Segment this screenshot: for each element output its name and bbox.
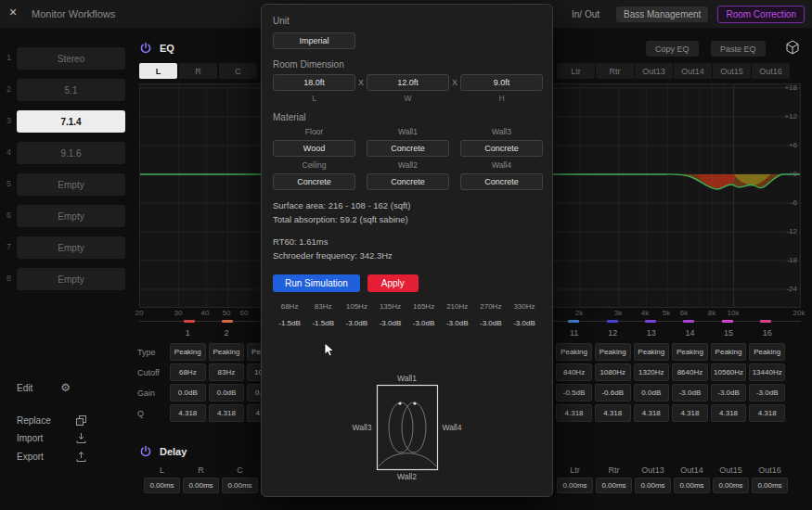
band-cutoff[interactable]: 83Hz: [209, 363, 245, 381]
eq-channel-tab-rtr[interactable]: Rtr: [596, 63, 634, 79]
band-cutoff[interactable]: 13440Hz: [749, 363, 785, 381]
band-q[interactable]: 4.318: [556, 404, 592, 422]
delay-value[interactable]: 0.00ms: [222, 478, 258, 493]
band-type[interactable]: Peaking: [672, 343, 708, 361]
import-icon[interactable]: [76, 433, 86, 443]
material-select-wall1[interactable]: Concrete: [367, 140, 449, 157]
material-select-floor[interactable]: Wood: [273, 140, 355, 157]
band-number[interactable]: 2: [209, 327, 245, 338]
band-number[interactable]: 12: [595, 327, 631, 338]
band-q[interactable]: 4.318: [595, 404, 631, 422]
material-select-ceiling[interactable]: Concrete: [273, 173, 355, 190]
dimension-width-input[interactable]: 12.0ft: [367, 74, 449, 91]
band-gain[interactable]: -0.5dB: [556, 384, 592, 402]
delay-value[interactable]: 0.00ms: [557, 478, 593, 493]
band-type[interactable]: Peaking: [634, 343, 670, 361]
delay-value[interactable]: 0.00ms: [183, 478, 219, 493]
band-type[interactable]: Peaking: [595, 343, 631, 361]
delay-value[interactable]: 0.00ms: [713, 478, 749, 493]
preset-stereo[interactable]: Stereo: [17, 47, 125, 70]
duplicate-icon[interactable]: [76, 415, 86, 426]
apply-button[interactable]: Apply: [367, 274, 419, 292]
export-icon[interactable]: [76, 452, 86, 462]
eq-channel-tab-c[interactable]: C: [219, 63, 257, 79]
edit-action[interactable]: Edit ⚙: [17, 381, 71, 394]
band-gain[interactable]: -0.6dB: [595, 384, 631, 402]
band-gain[interactable]: -3.0dB: [749, 384, 785, 402]
paste-eq-button[interactable]: Paste EQ: [711, 41, 766, 57]
band-cutoff[interactable]: 840Hz: [556, 363, 592, 381]
eq-channel-tab-l[interactable]: L: [139, 63, 177, 79]
material-select-wall3[interactable]: Concrete: [460, 140, 543, 157]
preset-empty[interactable]: Empty: [17, 173, 125, 196]
eq-channel-tab-ltr[interactable]: Ltr: [557, 63, 595, 79]
unit-select[interactable]: Imperial: [273, 32, 355, 49]
band-number[interactable]: 1: [170, 327, 206, 338]
dimension-height-input[interactable]: 9.0ft: [460, 74, 543, 91]
eq-channel-tab-out15[interactable]: Out15: [713, 63, 751, 79]
dimension-length-input[interactable]: 18.0ft: [273, 74, 355, 91]
band-cutoff[interactable]: 68Hz: [170, 363, 206, 381]
material-select-wall2[interactable]: Concrete: [367, 173, 449, 190]
power-icon[interactable]: [139, 42, 152, 55]
band-type[interactable]: Peaking: [170, 343, 206, 361]
delay-section-header: Delay: [139, 444, 187, 459]
band-number[interactable]: 14: [672, 327, 708, 338]
copy-eq-button[interactable]: Copy EQ: [646, 41, 699, 57]
tab-in-out[interactable]: In/ Out: [564, 6, 607, 22]
import-action[interactable]: Import: [17, 433, 86, 443]
band-type[interactable]: Peaking: [209, 343, 245, 361]
delay-value[interactable]: 0.00ms: [752, 478, 788, 493]
cube-3d-icon[interactable]: [784, 39, 801, 59]
band-gain[interactable]: -3.0dB: [711, 384, 747, 402]
band-cutoff[interactable]: 8640Hz: [672, 363, 708, 381]
band-cutoff[interactable]: 1080Hz: [595, 363, 631, 381]
band-q[interactable]: 4.318: [711, 404, 747, 422]
band-cutoff[interactable]: 1320Hz: [634, 363, 670, 381]
band-type[interactable]: Peaking: [711, 343, 747, 361]
band-q[interactable]: 4.318: [634, 404, 670, 422]
gear-icon[interactable]: ⚙: [60, 381, 71, 394]
run-simulation-button[interactable]: Run Simulation: [273, 274, 360, 292]
band-gain[interactable]: -3.0dB: [672, 384, 708, 402]
delay-value[interactable]: 0.00ms: [635, 478, 671, 493]
preset-empty[interactable]: Empty: [17, 268, 125, 290]
band-type[interactable]: Peaking: [556, 343, 592, 361]
replace-action[interactable]: Replace: [17, 415, 86, 426]
preset-7-1-4[interactable]: 7.1.4: [17, 110, 125, 133]
band-cutoff[interactable]: 10560Hz: [711, 363, 747, 381]
correction-frequency: 135Hz: [373, 300, 406, 313]
material-grid: FloorWall1Wall3WoodConcreteConcreteCeili…: [273, 127, 541, 190]
eq-channel-tab-out16[interactable]: Out16: [752, 63, 790, 79]
eq-channel-tab-out13[interactable]: Out13: [635, 63, 673, 79]
correction-gains-row: -1.5dB-1.5dB-3.0dB-3.0dB-3.0dB-3.0dB-3.0…: [273, 317, 541, 330]
delay-value[interactable]: 0.00ms: [596, 478, 632, 493]
band-number[interactable]: 15: [711, 327, 747, 338]
band-number[interactable]: 13: [634, 327, 670, 338]
preset-5-1[interactable]: 5.1: [17, 79, 125, 101]
export-action[interactable]: Export: [17, 452, 86, 462]
band-type[interactable]: Peaking: [749, 343, 785, 361]
eq-channel-tab-r[interactable]: R: [179, 63, 217, 79]
band-q[interactable]: 4.318: [749, 404, 785, 422]
material-select-wall4[interactable]: Concrete: [460, 173, 543, 190]
preset-9-1-6[interactable]: 9.1.6: [17, 142, 125, 164]
band-gain[interactable]: 0.0dB: [170, 384, 206, 402]
power-icon[interactable]: [139, 445, 152, 458]
close-icon[interactable]: ×: [9, 5, 17, 19]
band-q[interactable]: 4.318: [672, 404, 708, 422]
preset-empty[interactable]: Empty: [17, 205, 125, 227]
delay-value[interactable]: 0.00ms: [674, 478, 710, 493]
tab-bass-management[interactable]: Bass Management: [616, 6, 708, 22]
band-q[interactable]: 4.318: [209, 404, 245, 422]
band-color-tick: [222, 320, 233, 323]
band-gain[interactable]: 0.0dB: [209, 384, 245, 402]
delay-value[interactable]: 0.00ms: [144, 478, 180, 493]
tab-room-correction[interactable]: Room Correction: [717, 6, 805, 23]
band-q[interactable]: 4.318: [170, 404, 206, 422]
band-number[interactable]: 11: [556, 327, 592, 338]
band-number[interactable]: 16: [749, 327, 785, 338]
preset-empty[interactable]: Empty: [17, 236, 125, 259]
band-gain[interactable]: 0.0dB: [634, 384, 670, 402]
eq-channel-tab-out14[interactable]: Out14: [674, 63, 712, 79]
